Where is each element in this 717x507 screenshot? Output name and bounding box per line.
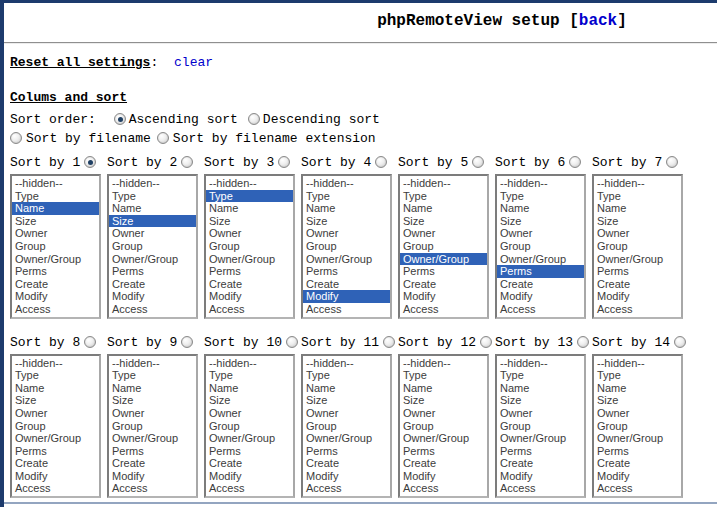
listbox-option[interactable]: Owner/Group (303, 432, 390, 445)
descending-sort-radio[interactable] (248, 113, 260, 125)
listbox-option[interactable]: --hidden-- (400, 357, 487, 370)
listbox-option[interactable]: Owner/Group (303, 253, 390, 266)
listbox-option[interactable]: Access (497, 482, 584, 495)
sort-box-3-radio[interactable] (278, 156, 290, 168)
listbox-option[interactable]: Owner (594, 407, 681, 420)
listbox-option[interactable]: Owner/Group (497, 253, 584, 266)
listbox-option[interactable]: Create (594, 278, 681, 291)
listbox-option[interactable]: Modify (12, 470, 99, 483)
listbox-option[interactable]: Owner (303, 407, 390, 420)
sort-box-10-listbox[interactable]: --hidden--TypeNameSizeOwnerGroupOwner/Gr… (204, 354, 295, 499)
listbox-option[interactable]: Perms (497, 445, 584, 458)
listbox-option[interactable]: Owner/Group (594, 432, 681, 445)
sort-box-9-radio[interactable] (181, 336, 193, 348)
listbox-option[interactable]: Name (109, 382, 196, 395)
listbox-option[interactable]: --hidden-- (12, 177, 99, 190)
listbox-option[interactable]: --hidden-- (206, 357, 293, 370)
listbox-option[interactable]: --hidden-- (12, 357, 99, 370)
listbox-option[interactable]: Access (109, 482, 196, 495)
listbox-option[interactable]: Size (12, 394, 99, 407)
sort-by-extension-radio[interactable] (157, 132, 169, 144)
listbox-option[interactable]: Type (206, 190, 293, 203)
listbox-option[interactable]: Create (109, 278, 196, 291)
listbox-option[interactable]: Group (497, 240, 584, 253)
listbox-option[interactable]: --hidden-- (497, 177, 584, 190)
listbox-option[interactable]: Group (497, 420, 584, 433)
listbox-option[interactable]: Perms (303, 445, 390, 458)
listbox-option[interactable]: Group (303, 240, 390, 253)
listbox-option[interactable]: --hidden-- (109, 357, 196, 370)
sort-box-4-listbox[interactable]: --hidden--TypeNameSizeOwnerGroupOwner/Gr… (301, 174, 392, 319)
listbox-option[interactable]: Name (109, 202, 196, 215)
listbox-option[interactable]: Access (594, 303, 681, 316)
listbox-option[interactable]: Access (206, 303, 293, 316)
listbox-option[interactable]: Create (497, 457, 584, 470)
listbox-option[interactable]: Perms (400, 445, 487, 458)
listbox-option[interactable]: Owner (497, 407, 584, 420)
sort-box-12-radio[interactable] (480, 336, 492, 348)
listbox-option[interactable]: Name (400, 382, 487, 395)
listbox-option[interactable]: Access (594, 482, 681, 495)
listbox-option[interactable]: Perms (303, 265, 390, 278)
listbox-option[interactable]: Owner/Group (12, 432, 99, 445)
listbox-option[interactable]: Perms (12, 265, 99, 278)
listbox-option[interactable]: Perms (12, 445, 99, 458)
listbox-option[interactable]: Type (109, 190, 196, 203)
listbox-option[interactable]: --hidden-- (109, 177, 196, 190)
listbox-option[interactable]: Perms (594, 445, 681, 458)
listbox-option[interactable]: Type (594, 190, 681, 203)
listbox-option[interactable]: Create (12, 278, 99, 291)
listbox-option[interactable]: Name (12, 202, 99, 215)
listbox-option[interactable]: Modify (594, 470, 681, 483)
listbox-option[interactable]: Access (206, 482, 293, 495)
listbox-option[interactable]: Access (400, 482, 487, 495)
listbox-option[interactable]: Create (400, 457, 487, 470)
listbox-option[interactable]: Group (594, 420, 681, 433)
listbox-option[interactable]: Create (206, 278, 293, 291)
listbox-option[interactable]: Perms (109, 445, 196, 458)
listbox-option[interactable]: Owner/Group (497, 432, 584, 445)
listbox-option[interactable]: Owner/Group (400, 253, 487, 266)
listbox-option[interactable]: Size (497, 394, 584, 407)
listbox-option[interactable]: Size (594, 215, 681, 228)
listbox-option[interactable]: Modify (206, 470, 293, 483)
listbox-option[interactable]: Size (206, 215, 293, 228)
listbox-option[interactable]: Modify (400, 470, 487, 483)
sort-box-11-radio[interactable] (383, 336, 395, 348)
listbox-option[interactable]: Type (12, 190, 99, 203)
listbox-option[interactable]: Owner (206, 227, 293, 240)
listbox-option[interactable]: Owner (400, 227, 487, 240)
listbox-option[interactable]: --hidden-- (594, 177, 681, 190)
listbox-option[interactable]: Create (303, 278, 390, 291)
listbox-option[interactable]: Owner (12, 227, 99, 240)
sort-box-8-listbox[interactable]: --hidden--TypeNameSizeOwnerGroupOwner/Gr… (10, 354, 101, 499)
listbox-option[interactable]: Type (12, 369, 99, 382)
listbox-option[interactable]: Owner/Group (109, 432, 196, 445)
listbox-option[interactable]: Create (303, 457, 390, 470)
listbox-option[interactable]: Size (109, 394, 196, 407)
listbox-option[interactable]: Owner/Group (206, 253, 293, 266)
clear-link[interactable]: clear (174, 55, 213, 70)
listbox-option[interactable]: Type (303, 369, 390, 382)
sort-box-3-listbox[interactable]: --hidden--TypeNameSizeOwnerGroupOwner/Gr… (204, 174, 295, 319)
listbox-option[interactable]: Group (206, 240, 293, 253)
listbox-option[interactable]: Create (109, 457, 196, 470)
listbox-option[interactable]: Size (497, 215, 584, 228)
sort-box-7-radio[interactable] (666, 156, 678, 168)
listbox-option[interactable]: Size (12, 215, 99, 228)
listbox-option[interactable]: Access (12, 482, 99, 495)
listbox-option[interactable]: Name (400, 202, 487, 215)
listbox-option[interactable]: Type (400, 369, 487, 382)
listbox-option[interactable]: Perms (109, 265, 196, 278)
sort-box-1-radio[interactable] (84, 156, 96, 168)
listbox-option[interactable]: Group (303, 420, 390, 433)
listbox-option[interactable]: Size (400, 215, 487, 228)
listbox-option[interactable]: Owner/Group (109, 253, 196, 266)
sort-box-12-listbox[interactable]: --hidden--TypeNameSizeOwnerGroupOwner/Gr… (398, 354, 489, 499)
listbox-option[interactable]: --hidden-- (303, 357, 390, 370)
back-link[interactable]: back (579, 12, 617, 30)
sort-box-6-listbox[interactable]: --hidden--TypeNameSizeOwnerGroupOwner/Gr… (495, 174, 586, 319)
listbox-option[interactable]: Modify (109, 290, 196, 303)
listbox-option[interactable]: Group (109, 240, 196, 253)
listbox-option[interactable]: Create (12, 457, 99, 470)
